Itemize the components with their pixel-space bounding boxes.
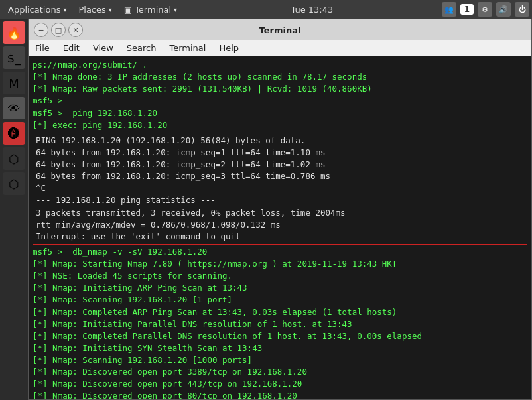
places-label: Places [78, 5, 105, 15]
term-ping-cmd: msf5 > ping 192.168.1.20 [33, 107, 527, 119]
term-line: [*] Nmap: Initiating ARP Ping Scan at 13… [33, 282, 527, 294]
terminal-content[interactable]: ps://nmap.org/submit/ . [*] Nmap done: 3… [29, 56, 531, 399]
taskbar-right: 👥 1 ⚙ 🔊 ⏻ [442, 2, 529, 17]
places-arrow-icon: ▾ [109, 6, 112, 13]
close-button[interactable]: ✕ [68, 23, 83, 37]
taskbar: Applications ▾ Places ▾ ▣ Terminal ▾ Tue… [0, 0, 532, 19]
term-line: Interrupt: use the 'exit' command to qui… [36, 231, 524, 243]
maximize-button[interactable]: □ [51, 23, 66, 37]
terminal-menu[interactable]: ▣ Terminal ▾ [119, 3, 182, 16]
term-line: [*] Nmap: Discovered open port 3389/tcp … [33, 366, 527, 378]
term-line: PING 192.168.1.20 (192.168.1.20) 56(84) … [36, 135, 524, 147]
terminal-title: Terminal [83, 25, 477, 35]
terminal-label: Terminal [135, 5, 171, 15]
term-line: [*] Nmap: Scanning 192.168.1.20 [1000 po… [33, 354, 527, 366]
terminal-icon: ▣ [124, 5, 132, 15]
terminal-menubar: File Edit View Search Terminal Help [29, 40, 531, 56]
term-line: rtt min/avg/max/mdev = 0.786/0.968/1.098… [36, 219, 524, 231]
taskbar-clock: Tue 13:43 [184, 5, 440, 15]
menu-terminal[interactable]: Terminal [165, 42, 210, 54]
menu-view[interactable]: View [89, 42, 117, 54]
window-controls: ─ □ ✕ [34, 23, 83, 37]
term-line: [*] Nmap: Completed ARP Ping Scan at 13:… [33, 306, 527, 318]
term-line: ^C [36, 182, 524, 194]
term-line: 64 bytes from 192.168.1.20: icmp_seq=3 t… [36, 170, 524, 182]
term-line: [*] Nmap: Initiating Parallel DNS resolu… [33, 318, 527, 330]
term-line: ps://nmap.org/submit/ . [33, 59, 527, 71]
term-line: [*] Nmap: Starting Nmap 7.80 ( https://n… [33, 258, 527, 270]
ping-output-box: PING 192.168.1.20 (192.168.1.20) 56(84) … [33, 133, 527, 245]
applications-label: Applications [8, 5, 60, 15]
term-line: 64 bytes from 192.168.1.20: icmp_seq=2 t… [36, 159, 524, 170]
menu-help[interactable]: Help [215, 42, 243, 54]
sidebar: 🔥 $_ M 👁 🅐 ⬡ ⬡ [0, 19, 28, 400]
sidebar-icon-dollar[interactable]: $_ [3, 46, 25, 69]
term-line: [*] Nmap: Initiating SYN Stealth Scan at… [33, 342, 527, 354]
sidebar-icon-firefox[interactable]: 🔥 [3, 21, 25, 44]
term-line: [*] Nmap: Scanning 192.168.1.20 [1 port] [33, 294, 527, 306]
people-icon[interactable]: 👥 [442, 2, 456, 17]
places-menu[interactable]: Places ▾ [73, 3, 117, 16]
applications-arrow-icon: ▾ [63, 6, 66, 13]
term-line: [*] Nmap: Completed Parallel DNS resolut… [33, 330, 527, 342]
menu-edit[interactable]: Edit [59, 42, 84, 54]
sidebar-icon-hex1[interactable]: ⬡ [3, 147, 25, 170]
sidebar-icon-hex2[interactable]: ⬡ [3, 172, 25, 195]
menu-file[interactable]: File [31, 42, 54, 54]
term-dbnmap-cmd: msf5 > db_nmap -v -sV 192.168.1.20 [33, 246, 527, 258]
term-line: [*] NSE: Loaded 45 scripts for scanning. [33, 270, 527, 282]
term-line: [*] Nmap done: 3 IP addresses (2 hosts u… [33, 71, 527, 83]
menu-search[interactable]: Search [123, 42, 161, 54]
term-prompt-msf: msf5 > [33, 95, 527, 107]
sidebar-icon-a[interactable]: 🅐 [3, 122, 25, 145]
sidebar-icon-m[interactable]: M [3, 72, 25, 94]
term-line: 3 packets transmitted, 3 received, 0% pa… [36, 207, 524, 219]
term-line: [*] Nmap: Discovered open port 80/tcp on… [33, 390, 527, 399]
term-line: 64 bytes from 192.168.1.20: icmp_seq=1 t… [36, 147, 524, 159]
term-exec-line: [*] exec: ping 192.168.1.20 [33, 119, 527, 131]
network-icon[interactable]: ⚙ [478, 2, 492, 17]
terminal-arrow-icon: ▾ [174, 6, 177, 13]
volume-icon[interactable]: 🔊 [496, 2, 511, 17]
power-icon[interactable]: ⏻ [515, 2, 529, 17]
workspace-badge[interactable]: 1 [460, 4, 474, 15]
datetime-label: Tue 13:43 [291, 5, 333, 15]
minimize-button[interactable]: ─ [34, 23, 48, 37]
terminal-titlebar: ─ □ ✕ Terminal [29, 19, 531, 40]
applications-menu[interactable]: Applications ▾ [3, 3, 72, 16]
term-line: [*] Nmap: Discovered open port 443/tcp o… [33, 378, 527, 390]
terminal-window: ─ □ ✕ Terminal File Edit View Search Ter… [28, 19, 532, 400]
term-line: [*] Nmap: Raw packets sent: 2991 (131.54… [33, 83, 527, 95]
term-line: --- 192.168.1.20 ping statistics --- [36, 194, 524, 206]
sidebar-icon-eye[interactable]: 👁 [3, 97, 25, 119]
